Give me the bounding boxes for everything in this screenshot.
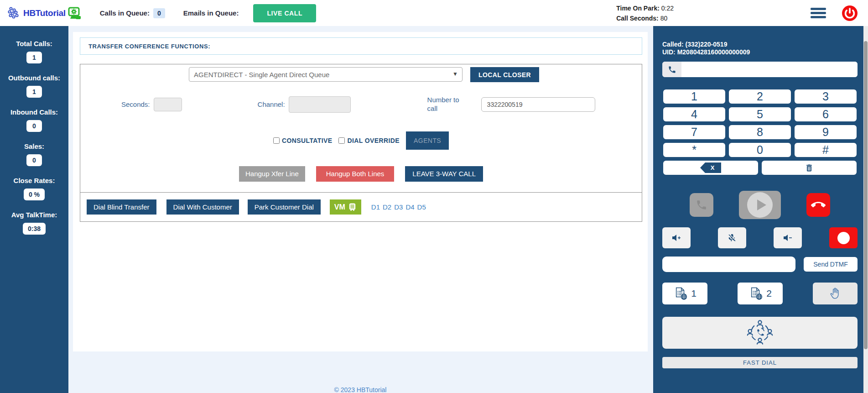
keypad-key-4[interactable]: 4 [662, 106, 726, 122]
top-header: HBTutorial Calls in Queue: 0 Emails in Q… [0, 0, 868, 26]
call-timers: Time On Park: 0:22 Call Seconds: 80 [616, 3, 674, 23]
dial-with-customer-button[interactable]: Dial With Customer [166, 199, 239, 215]
backspace-key[interactable]: X [662, 160, 759, 176]
keypad-key-star[interactable]: * [662, 142, 726, 158]
number-to-call-input[interactable] [481, 97, 595, 112]
play-button[interactable] [739, 191, 781, 219]
dial-call-button[interactable] [690, 193, 713, 217]
keypad-key-6[interactable]: 6 [794, 106, 858, 122]
webform-1-button[interactable]: 1 [662, 283, 707, 304]
fast-dial-button[interactable]: FAST DIAL [662, 357, 858, 368]
keypad-key-hash[interactable]: # [794, 142, 858, 158]
seconds-input[interactable] [154, 98, 182, 111]
stat-value-badge: 1 [26, 86, 42, 98]
keypad-key-8[interactable]: 8 [728, 124, 792, 140]
phone-icon [696, 199, 707, 211]
volume-down-button[interactable] [774, 227, 802, 248]
queue-select-wrap: AGENTDIRECT - Single Agent Direct Queue … [189, 67, 463, 82]
leave-3way-call-button[interactable]: LEAVE 3-WAY CALL [405, 166, 483, 182]
number-to-call-label: Number to call [427, 96, 466, 113]
webform-row: 1 2 [662, 283, 858, 304]
speaker-plus-icon [672, 234, 681, 242]
stat-label: Total Calls: [0, 40, 68, 47]
logo: HBTutorial [7, 6, 82, 20]
dial-override-text: DIAL OVERRIDE [347, 137, 400, 144]
keypad-key-9[interactable]: 9 [794, 124, 858, 140]
d2-link[interactable]: D2 [383, 203, 391, 211]
logo-chat-gear-icon [68, 7, 82, 20]
hangup-xfer-line-button[interactable]: Hangup Xfer Line [239, 166, 305, 182]
called-number: Called: (332)220-0519 [662, 41, 858, 48]
dial-override-checkbox[interactable] [338, 137, 345, 144]
webform-2-label: 2 [766, 288, 772, 299]
record-icon [837, 232, 850, 244]
stat-value-badge: 0 [26, 120, 42, 132]
menu-hamburger-icon[interactable] [811, 8, 826, 18]
channel-input[interactable] [289, 96, 351, 113]
hangup-both-lines-button[interactable]: Hangup Both Lines [316, 166, 395, 182]
logout-power-icon[interactable] [842, 5, 858, 21]
channel-label: Channel: [258, 100, 285, 108]
transfer-functions-box: AGENTDIRECT - Single Agent Direct Queue … [80, 64, 642, 222]
call-seconds-label: Call Seconds: [616, 15, 659, 22]
seconds-label: Seconds: [121, 100, 150, 108]
vm-button[interactable]: VM [330, 199, 361, 215]
consultative-checkbox-label[interactable]: CONSULTATIVE [273, 137, 333, 144]
dial-override-checkbox-label[interactable]: DIAL OVERRIDE [338, 137, 400, 144]
stats-sidebar: Total Calls: 1 Outbound calls: 1 Inbound… [0, 26, 68, 393]
d-links: D1 D2 D3 D4 D5 [371, 203, 426, 211]
dial-number-field [662, 62, 858, 77]
transfer-card: TRANSFER CONFERENCE FUNCTIONS: AGENTDIRE… [73, 32, 648, 351]
agents-button[interactable]: AGENTS [406, 131, 449, 150]
logo-text: HBTutorial [23, 8, 66, 18]
section-title: TRANSFER CONFERENCE FUNCTIONS: [80, 37, 642, 55]
stat-avg-talktime: Avg TalkTime: 0:38 [0, 211, 68, 235]
webform-doc-globe-icon [673, 287, 688, 300]
consultative-checkbox[interactable] [273, 137, 280, 144]
conference-call-button[interactable] [662, 317, 858, 349]
mic-off-icon [728, 233, 737, 242]
mute-mic-button[interactable] [718, 227, 746, 248]
clear-key[interactable] [761, 160, 858, 176]
keypad-key-3[interactable]: 3 [794, 89, 858, 105]
d3-link[interactable]: D3 [394, 203, 403, 211]
d1-link[interactable]: D1 [371, 203, 380, 211]
dial-number-input[interactable] [681, 62, 858, 77]
window-scrollbar[interactable] [863, 26, 868, 393]
volume-up-button[interactable] [662, 227, 691, 248]
dial-blind-transfer-button[interactable]: Dial Blind Transfer [87, 199, 156, 215]
webform-1-label: 1 [691, 288, 696, 299]
call-seconds-value: 80 [660, 15, 668, 22]
keypad-key-0[interactable]: 0 [728, 142, 792, 158]
options-row: CONSULTATIVE DIAL OVERRIDE AGENTS [80, 131, 642, 150]
local-closer-button[interactable]: LOCAL CLOSER [470, 67, 539, 82]
stat-value-badge: 0 [26, 154, 42, 166]
keypad-key-5[interactable]: 5 [728, 106, 792, 122]
stat-value-badge: 0 % [24, 189, 45, 200]
send-dtmf-button[interactable]: Send DTMF [804, 257, 858, 272]
webform-2-button[interactable]: 2 [738, 283, 783, 304]
queue-select[interactable]: AGENTDIRECT - Single Agent Direct Queue [189, 67, 463, 82]
trash-icon [805, 163, 814, 173]
emails-in-queue: Emails in Queue: [183, 9, 239, 17]
hangup-button[interactable] [806, 193, 830, 217]
play-icon [747, 192, 773, 218]
calls-in-queue-label: Calls in Queue: [100, 9, 150, 17]
backspace-icon: X [700, 162, 721, 173]
keypad-key-7[interactable]: 7 [662, 124, 726, 140]
park-customer-dial-button[interactable]: Park Customer Dial [248, 199, 321, 215]
keypad-key-1[interactable]: 1 [662, 89, 726, 105]
keypad-bottom-row: X [662, 160, 858, 176]
raise-hand-button[interactable] [813, 283, 858, 304]
dtmf-input[interactable] [662, 257, 795, 272]
record-button[interactable] [829, 227, 858, 248]
conference-call-icon [747, 320, 773, 346]
d5-link[interactable]: D5 [417, 203, 426, 211]
keypad-key-2[interactable]: 2 [728, 89, 792, 105]
stat-outbound-calls: Outbound calls: 1 [0, 74, 68, 98]
call-fields-row: Seconds: Channel: Number to call [121, 96, 642, 113]
scrollbar-thumb[interactable] [864, 41, 868, 349]
d4-link[interactable]: D4 [405, 203, 414, 211]
live-call-button[interactable]: LIVE CALL [253, 4, 316, 22]
hangup-row: Hangup Xfer Line Hangup Both Lines LEAVE… [80, 166, 642, 182]
